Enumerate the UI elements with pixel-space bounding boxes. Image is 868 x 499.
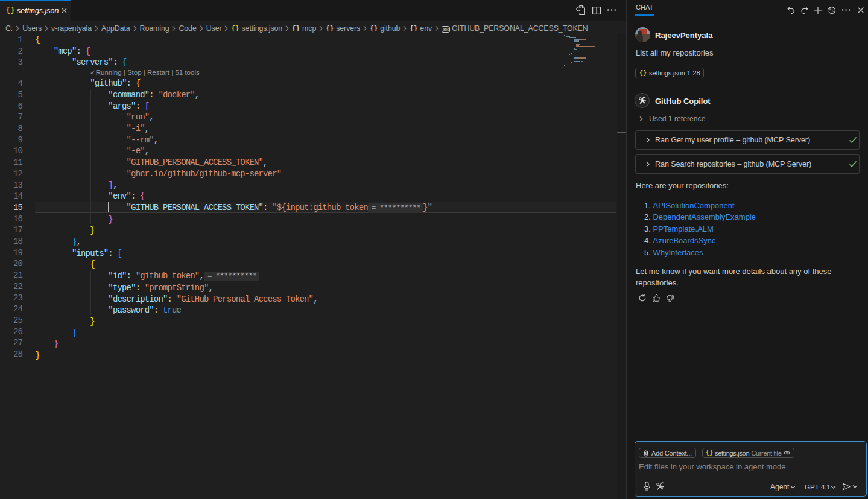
svg-text:abc: abc: [443, 27, 449, 31]
